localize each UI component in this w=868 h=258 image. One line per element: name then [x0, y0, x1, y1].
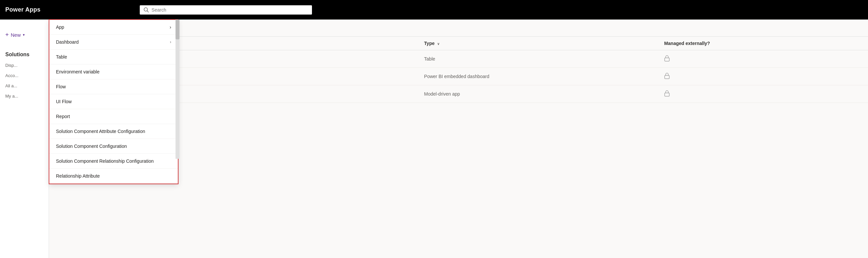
search-icon — [144, 7, 149, 12]
dropdown-menu: App › Dashboard › Table Environment vari… — [49, 20, 178, 184]
menu-item-report[interactable]: Report — [49, 109, 178, 124]
new-label: New — [11, 32, 21, 38]
app-title: Power Apps — [5, 6, 40, 13]
menu-item-rel-attr[interactable]: Relationship Attribute — [49, 169, 178, 184]
menu-item-sol-comp-attr[interactable]: Solution Component Attribute Configurati… — [49, 124, 178, 139]
sidebar-item-mya[interactable]: My a... — [0, 91, 49, 101]
row-1-managed — [656, 50, 868, 68]
chevron-right-icon-2: › — [170, 40, 171, 44]
new-button[interactable]: + New ▾ — [0, 24, 49, 46]
svg-rect-4 — [665, 93, 669, 96]
menu-report-label: Report — [56, 114, 70, 119]
lock-icon — [664, 55, 670, 62]
dropdown-scrollbar[interactable] — [176, 20, 180, 159]
menu-sol-comp-rel-label: Solution Component Relationship Configur… — [56, 158, 154, 164]
main-area: + New ▾ Solutions Disp... Acco... All a.… — [0, 20, 868, 258]
menu-item-sol-comp-rel[interactable]: Solution Component Relationship Configur… — [49, 154, 178, 169]
menu-item-app[interactable]: App › — [49, 20, 178, 35]
menu-ui-flow-label: UI Flow — [56, 99, 71, 104]
menu-dashboard-label: Dashboard — [56, 39, 79, 45]
menu-sol-comp-attr-label: Solution Component Attribute Configurati… — [56, 129, 145, 134]
menu-flow-label: Flow — [56, 84, 66, 89]
scrollbar-thumb — [176, 20, 180, 39]
top-bar: Power Apps — [0, 0, 868, 20]
row-1-type: Table — [416, 50, 656, 68]
menu-app-label: App — [56, 25, 64, 30]
sort-icon: ∨ — [437, 42, 439, 46]
sidebar-item-acco[interactable]: Acco... — [0, 70, 49, 81]
svg-rect-3 — [665, 75, 669, 79]
col-header-type[interactable]: Type ∨ — [416, 37, 656, 50]
lock-icon-2 — [664, 72, 670, 79]
menu-item-env-var[interactable]: Environment variable — [49, 65, 178, 79]
plus-icon: + — [5, 31, 9, 38]
menu-item-sol-comp-config[interactable]: Solution Component Configuration — [49, 139, 178, 154]
sidebar-item-disp[interactable]: Disp... — [0, 60, 49, 70]
menu-item-flow[interactable]: Flow — [49, 79, 178, 94]
row-2-managed — [656, 68, 868, 85]
chevron-right-icon: › — [169, 25, 171, 30]
menu-item-table[interactable]: Table — [49, 50, 178, 65]
row-2-type: Power BI embedded dashboard — [416, 68, 656, 85]
col-header-managed: Managed externally? — [656, 37, 868, 50]
managed-col-label: Managed externally? — [664, 41, 710, 46]
menu-rel-attr-label: Relationship Attribute — [56, 173, 100, 179]
menu-sol-comp-config-label: Solution Component Configuration — [56, 144, 127, 149]
solutions-label: Solutions — [0, 46, 49, 60]
menu-item-dashboard[interactable]: Dashboard › — [49, 35, 178, 50]
chevron-down-icon: ▾ — [23, 33, 25, 37]
svg-rect-2 — [665, 58, 669, 61]
search-input[interactable] — [152, 7, 308, 12]
menu-env-var-label: Environment variable — [56, 69, 100, 74]
menu-table-label: Table — [56, 54, 67, 60]
menu-item-ui-flow[interactable]: UI Flow — [49, 94, 178, 109]
svg-line-1 — [147, 10, 148, 12]
search-bar[interactable] — [140, 5, 312, 14]
row-3-managed — [656, 85, 868, 103]
lock-icon-3 — [664, 90, 670, 97]
sidebar-item-alla[interactable]: All a... — [0, 81, 49, 91]
type-col-label: Type — [424, 41, 435, 46]
sidebar: + New ▾ Solutions Disp... Acco... All a.… — [0, 20, 49, 258]
row-3-type: Model-driven app — [416, 85, 656, 103]
